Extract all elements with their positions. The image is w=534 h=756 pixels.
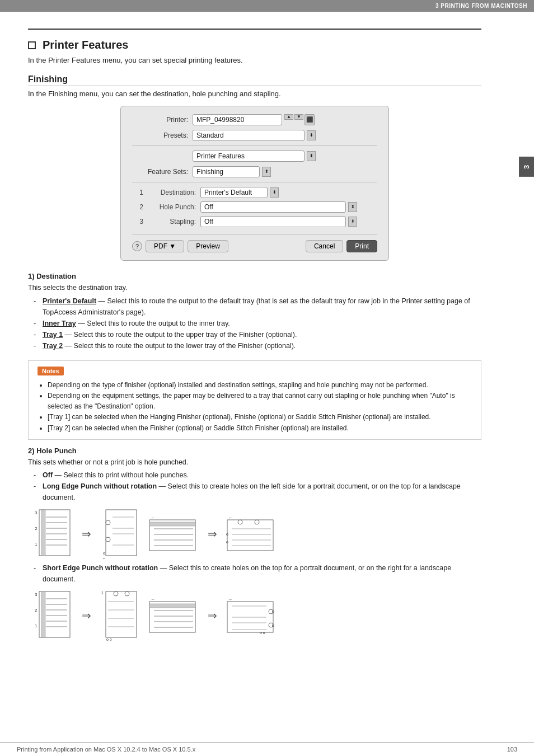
notes-list-item: Depending on the equipment settings, the… [48, 391, 472, 412]
diagram-landscape-src: ← ∿ ∿∿ [148, 514, 199, 553]
top-rule [28, 29, 481, 30]
svg-point-52 [125, 591, 129, 596]
printer-expand-btn[interactable]: ⬛ [305, 114, 315, 125]
row-number-1: 1 [132, 189, 143, 196]
svg-text:o: o [103, 557, 105, 559]
row-number-3: 3 [132, 218, 143, 226]
preview-button[interactable]: Preview [188, 240, 228, 252]
presets-label: Presets: [132, 132, 188, 139]
svg-rect-60 [149, 604, 195, 608]
presets-field[interactable]: Standard [193, 130, 305, 141]
diagram-landscape-src-2: ← ∿ ∿∿ [148, 596, 199, 635]
destination-list-item: -Printer's Default — Select this to rout… [34, 295, 481, 318]
destination-list-item: -Tray 2 — Select this to route the outpu… [34, 340, 481, 351]
list-bold: Long Edge Punch without rotation [43, 482, 157, 490]
dialog-row-1: 1 Destination: Printer's Default ⬍ [132, 187, 377, 198]
features-field[interactable]: Printer Features [193, 151, 305, 162]
chapter-tab: 3 [519, 157, 534, 177]
printer-row: Printer: MFP_04998820 ▲ ▼ ⬛ [132, 114, 377, 125]
dialog-footer: ? PDF ▼ Preview Cancel Print [132, 234, 377, 252]
row-label-2: Hole Punch: [146, 203, 196, 211]
row-label-1: Destination: [146, 189, 196, 196]
diagram-row-2: 3 2 1 ⇒ o o 1 [34, 590, 481, 641]
features-row: Printer Features ⬍ [132, 151, 377, 162]
svg-text:←: ← [228, 597, 233, 602]
printer-stepper-up[interactable]: ▲ [284, 114, 293, 120]
row-stepper-1[interactable]: ⬍ [270, 187, 279, 198]
subsection-title: Finishing [28, 74, 481, 86]
svg-rect-50 [106, 591, 137, 637]
svg-rect-21 [149, 522, 195, 526]
destination-list-item: -Inner Tray — Select this to route the o… [34, 318, 481, 329]
diagram-landscape-result: ← o o [226, 514, 277, 553]
row-field-3[interactable]: Off [200, 216, 346, 227]
notes-box: Notes Depending on the type of finisher … [28, 360, 481, 440]
printer-label: Printer: [132, 116, 188, 124]
diagram-portrait-src-2: 3 2 1 [34, 590, 73, 641]
list-dash: - [34, 295, 39, 318]
short-edge-list: -Short Edge Punch without rotation — Sel… [28, 562, 481, 585]
destination-body: This selects the destination tray. [28, 283, 481, 293]
printer-stepper-down[interactable]: ▼ [294, 114, 303, 120]
destination-list: -Printer's Default — Select this to rout… [28, 295, 481, 351]
feature-sets-field[interactable]: Finishing [193, 166, 260, 177]
svg-text:o  o: o o [106, 637, 112, 641]
svg-text:←: ← [228, 515, 233, 520]
row-field-1[interactable]: Printer's Default [200, 187, 268, 198]
svg-text:o  o: o o [260, 631, 265, 635]
notes-list: Depending on the type of finisher (optio… [38, 380, 472, 434]
page-footer: Printing from Application on Mac OS X 10… [0, 742, 534, 756]
row-number-2: 2 [132, 203, 143, 211]
notes-list-item: [Tray 1] can be selected when the Hangin… [48, 412, 472, 422]
list-text: Tray 1 — Select this to route the output… [43, 329, 297, 340]
svg-rect-40 [41, 591, 45, 637]
printer-field[interactable]: MFP_04998820 [193, 114, 282, 125]
arrow-3: ⇒ [82, 609, 91, 622]
row-label-3: Stapling: [146, 218, 196, 226]
hole-punch-list: -Off — Select this to print without hole… [28, 469, 481, 503]
footer-left: ? PDF ▼ Preview [132, 240, 228, 252]
presets-stepper[interactable]: ⬍ [307, 130, 316, 140]
list-bold: Tray 2 [43, 342, 63, 350]
arrow-4: ⇒ [208, 609, 217, 622]
destination-section: 1) Destination This selects the destinat… [28, 272, 481, 351]
list-dash: - [34, 469, 39, 481]
pdf-button[interactable]: PDF ▼ [146, 240, 184, 252]
hole-punch-body: This sets whether or not a print job is … [28, 457, 481, 468]
svg-text:2: 2 [35, 608, 38, 613]
svg-text:←: ← [151, 515, 155, 520]
svg-point-31 [255, 520, 259, 524]
features-stepper[interactable]: ⬍ [307, 151, 316, 161]
list-text: Long Edge Punch without rotation — Selec… [43, 481, 481, 503]
svg-rect-29 [227, 520, 273, 551]
print-button[interactable]: Print [346, 240, 377, 252]
hole-punch-section: 2) Hole Punch This sets whether or not a… [28, 447, 481, 641]
svg-point-12 [106, 520, 110, 525]
list-bold: Off [43, 471, 53, 479]
diagram-row-1: 3 2 1 ⇒ o o [34, 509, 481, 559]
svg-text:o: o [226, 540, 228, 544]
svg-point-30 [238, 520, 242, 524]
footer-page-number: 103 [507, 746, 517, 753]
presets-row: Presets: Standard ⬍ [132, 130, 377, 141]
dialog-row-3: 3 Stapling: Off ⬍ [132, 216, 377, 227]
row-field-2[interactable]: Off [200, 201, 346, 213]
feature-sets-stepper[interactable]: ⬍ [262, 167, 271, 177]
svg-rect-11 [106, 510, 137, 556]
checkbox-icon [28, 41, 36, 49]
svg-text:o: o [272, 609, 274, 613]
list-text: Off — Select this to print without hole … [43, 469, 189, 481]
cancel-button[interactable]: Cancel [306, 240, 343, 252]
feature-sets-label: Feature Sets: [132, 168, 188, 176]
row-stepper-2[interactable]: ⬍ [348, 202, 357, 212]
destination-list-item: -Tray 1 — Select this to route the outpu… [34, 329, 481, 340]
notes-header: Notes [38, 367, 64, 375]
diagram-result-1: o o [100, 509, 139, 559]
svg-text:←: ← [151, 597, 155, 602]
row-stepper-3[interactable]: ⬍ [348, 217, 357, 227]
diagram-portrait-top-result: o o 1 [100, 590, 139, 641]
svg-text:o: o [226, 532, 228, 536]
hole-punch-list-item: -Off — Select this to print without hole… [34, 469, 481, 481]
help-button[interactable]: ? [132, 241, 142, 251]
subsection-description: In the Finishing menu, you can set the d… [28, 90, 481, 98]
